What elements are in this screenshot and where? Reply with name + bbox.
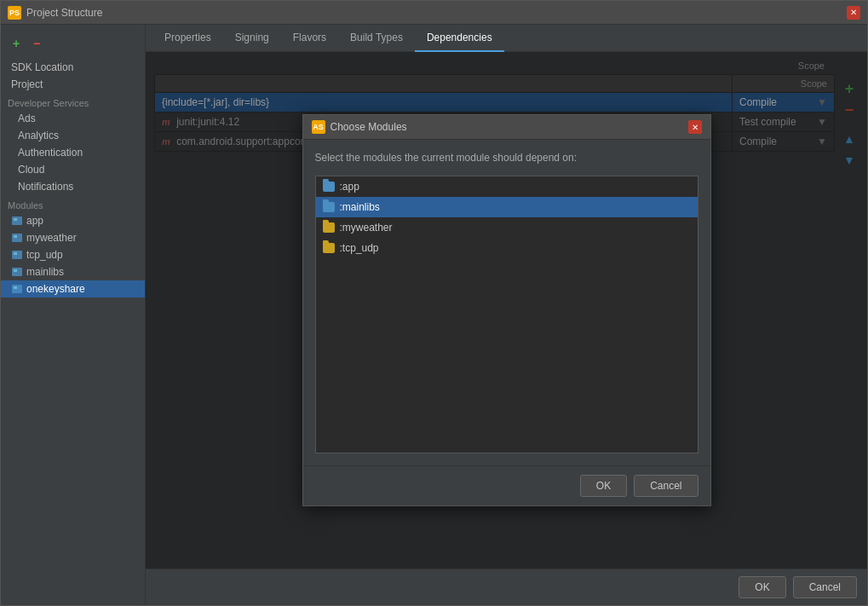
bottom-bar: OK Cancel — [146, 568, 867, 605]
sidebar-item-onekeyshare[interactable]: onekeyshare — [1, 280, 145, 297]
module-list: :app :mainlibs :myweather — [315, 176, 698, 453]
cancel-button[interactable]: Cancel — [793, 576, 857, 598]
sidebar-item-myweather[interactable]: myweather — [1, 229, 145, 246]
folder-icon — [323, 182, 335, 192]
modal-overlay: AS Choose Modules ✕ Select the modules t… — [146, 52, 867, 568]
sidebar-item-notifications[interactable]: Notifications — [1, 178, 145, 195]
list-item[interactable]: :mainlibs — [316, 197, 698, 217]
window-close-button[interactable]: ✕ — [847, 6, 860, 20]
list-item[interactable]: :tcp_udp — [316, 238, 698, 258]
modal-title: Choose Modules — [331, 121, 407, 133]
folder-icon — [323, 222, 335, 233]
tab-build-types[interactable]: Build Types — [338, 25, 415, 52]
sidebar-add-button[interactable]: + — [8, 35, 25, 52]
ok-button[interactable]: OK — [739, 576, 785, 598]
svg-rect-7 — [14, 269, 17, 272]
sidebar-item-tcp-udp[interactable]: tcp_udp — [1, 246, 145, 263]
sidebar: + − SDK Location Project Developer Servi… — [1, 25, 146, 605]
svg-rect-9 — [14, 286, 17, 289]
sidebar-remove-button[interactable]: − — [28, 35, 45, 52]
modal-close-button[interactable]: ✕ — [688, 120, 702, 134]
modal-footer: OK Cancel — [303, 465, 710, 505]
title-bar: PS Project Structure ✕ — [1, 1, 867, 25]
sidebar-toolbar: + − — [1, 32, 145, 59]
main-window: PS Project Structure ✕ + − SDK Location … — [0, 0, 868, 606]
tab-properties[interactable]: Properties — [152, 25, 223, 52]
sidebar-item-authentication[interactable]: Authentication — [1, 144, 145, 161]
main-content: + − SDK Location Project Developer Servi… — [1, 25, 867, 605]
svg-rect-5 — [14, 252, 17, 255]
folder-icon — [323, 243, 335, 253]
sidebar-section-developer-services: Developer Services — [1, 93, 145, 110]
sidebar-section-modules: Modules — [1, 195, 145, 212]
panel-content: Scope Scope — [146, 52, 867, 568]
svg-rect-3 — [14, 235, 17, 238]
tab-bar: Properties Signing Flavors Build Types D… — [146, 25, 867, 52]
modal-ok-button[interactable]: OK — [580, 475, 627, 497]
list-item[interactable]: :app — [316, 176, 698, 197]
modal-title-content: AS Choose Modules — [312, 120, 407, 134]
modal-cancel-button[interactable]: Cancel — [634, 475, 698, 497]
sidebar-item-sdk-location[interactable]: SDK Location — [1, 59, 145, 76]
sidebar-item-project[interactable]: Project — [1, 76, 145, 93]
right-panel: Properties Signing Flavors Build Types D… — [146, 25, 867, 605]
list-item[interactable]: :myweather — [316, 217, 698, 238]
window-title: Project Structure — [26, 7, 847, 19]
tab-dependencies[interactable]: Dependencies — [415, 25, 504, 52]
svg-rect-1 — [14, 218, 17, 221]
folder-icon — [323, 202, 335, 212]
modal-title-bar: AS Choose Modules ✕ — [303, 115, 710, 140]
sidebar-item-app[interactable]: app — [1, 212, 145, 229]
modal-app-icon: AS — [312, 120, 325, 134]
sidebar-item-analytics[interactable]: Analytics — [1, 127, 145, 144]
sidebar-item-ads[interactable]: Ads — [1, 110, 145, 127]
choose-modules-dialog: AS Choose Modules ✕ Select the modules t… — [302, 114, 711, 506]
sidebar-item-cloud[interactable]: Cloud — [1, 161, 145, 178]
modal-body: Select the modules the current module sh… — [303, 140, 710, 465]
tab-signing[interactable]: Signing — [223, 25, 281, 52]
modal-subtitle: Select the modules the current module sh… — [315, 152, 698, 164]
tab-flavors[interactable]: Flavors — [281, 25, 338, 52]
sidebar-item-mainlibs[interactable]: mainlibs — [1, 263, 145, 280]
app-icon: PS — [8, 6, 21, 20]
